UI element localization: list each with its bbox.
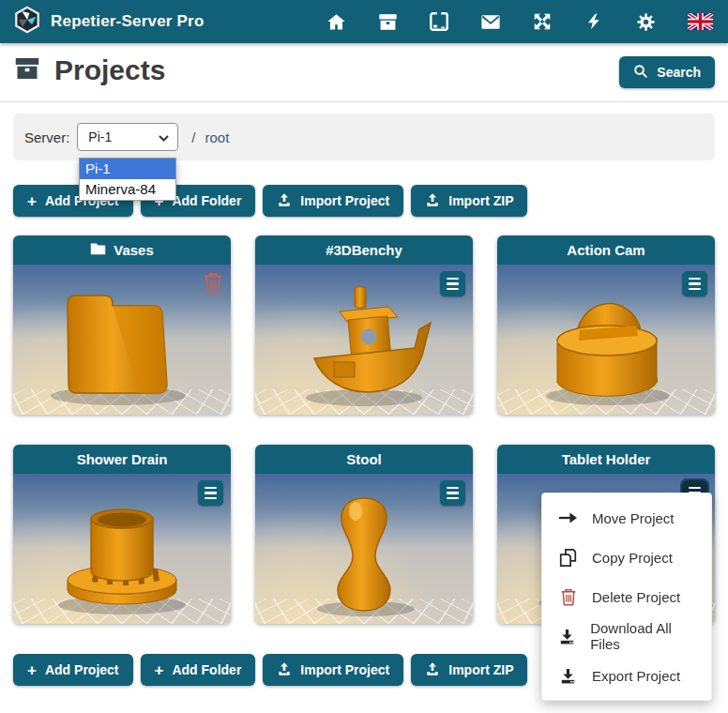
plus-icon: + — [27, 662, 37, 678]
project-card-action-cam: Action Cam — [497, 235, 715, 415]
card-header[interactable]: Tablet Holder — [497, 445, 715, 474]
add-folder-button[interactable]: + Add Folder — [141, 654, 256, 686]
project-card-stool: Stool — [255, 445, 473, 624]
card-header[interactable]: Action Cam — [497, 235, 715, 265]
project-thumbnail-3dbenchy[interactable] — [255, 265, 473, 415]
card-header[interactable]: Shower Drain — [13, 445, 231, 474]
plus-icon: + — [27, 193, 37, 209]
upload-icon — [277, 661, 292, 679]
chevron-down-icon — [159, 129, 169, 144]
projects-box-icon[interactable] — [377, 11, 398, 32]
project-thumbnail-stool[interactable] — [255, 474, 473, 624]
server-label: Server: — [24, 129, 69, 145]
copy-icon — [558, 548, 578, 568]
print-bed-icon[interactable] — [429, 11, 449, 32]
import-zip-button[interactable]: Import ZIP — [411, 185, 527, 217]
import-project-button[interactable]: Import Project — [263, 185, 403, 217]
brand-home-link[interactable]: Repetier-Server Pro — [13, 6, 204, 38]
hamburger-icon — [689, 278, 701, 281]
projects-page: Repetier-Server Pro — [0, 0, 728, 713]
menu-item-download-all-files[interactable]: Download All Files — [542, 616, 711, 656]
hamburger-icon — [447, 487, 459, 490]
menu-item-delete-project[interactable]: Delete Project — [542, 577, 711, 616]
project-thumbnail-vases[interactable] — [13, 265, 231, 415]
projects-archive-icon — [13, 55, 41, 85]
repetier-logo-icon — [13, 6, 41, 38]
search-icon — [633, 64, 648, 82]
import-zip-button[interactable]: Import ZIP — [411, 654, 527, 686]
card-header[interactable]: #3DBenchy — [255, 235, 473, 265]
page-header: Projects Search — [0, 43, 728, 102]
card-menu-button[interactable] — [682, 271, 707, 296]
card-header[interactable]: Stool — [255, 445, 473, 474]
delete-folder-trash-button[interactable] — [203, 271, 223, 298]
upload-icon — [277, 192, 292, 210]
project-thumbnail-shower-drain[interactable] — [13, 474, 231, 624]
home-icon[interactable] — [326, 11, 346, 32]
vases-folder-render — [13, 265, 231, 415]
settings-gear-icon[interactable] — [635, 11, 656, 32]
expand-printers-icon[interactable] — [532, 11, 553, 32]
messages-mail-icon[interactable] — [480, 11, 501, 32]
download-icon — [558, 628, 576, 645]
server-select[interactable]: Pi-1 — [77, 123, 178, 151]
import-project-button[interactable]: Import Project — [263, 654, 403, 686]
folder-icon — [90, 242, 106, 258]
project-card-3dbenchy: #3DBenchy — [255, 235, 473, 415]
quick-commands-bolt-icon[interactable] — [584, 11, 604, 32]
project-context-menu: Move Project Copy Project Delete Project — [541, 493, 712, 701]
trash-icon — [558, 587, 578, 607]
server-select-dropdown: Pi-1 Minerva-84 — [79, 158, 176, 201]
menu-item-export-project[interactable]: Export Project — [542, 656, 711, 695]
breadcrumb: / root — [191, 129, 229, 145]
project-card-vases: Vases — [13, 235, 231, 415]
card-menu-button[interactable] — [440, 480, 465, 506]
search-button[interactable]: Search — [619, 56, 715, 88]
server-option-minerva84[interactable]: Minerva-84 — [80, 179, 175, 200]
move-arrow-icon — [558, 511, 578, 524]
card-header[interactable]: Vases — [13, 235, 231, 265]
menu-item-move-project[interactable]: Move Project — [542, 498, 711, 538]
server-bar: Server: Pi-1 Pi-1 Minerva-84 / root — [13, 114, 715, 160]
upload-icon — [425, 661, 440, 679]
language-uk-flag-icon[interactable] — [687, 11, 713, 32]
menu-item-copy-project[interactable]: Copy Project — [542, 538, 711, 577]
add-project-button[interactable]: + Add Project — [13, 654, 133, 686]
plus-icon: + — [155, 662, 164, 678]
upload-icon — [425, 192, 440, 210]
navbar-icons — [326, 11, 713, 32]
card-menu-button[interactable] — [198, 480, 223, 506]
card-menu-button[interactable] — [440, 271, 465, 296]
server-option-pi1[interactable]: Pi-1 — [80, 159, 175, 179]
brand-title: Repetier-Server Pro — [51, 12, 204, 31]
breadcrumb-root-link[interactable]: root — [205, 129, 230, 145]
export-icon — [558, 667, 578, 685]
project-card-shower-drain: Shower Drain — [13, 445, 231, 624]
hamburger-icon — [689, 487, 701, 490]
page-title: Projects — [54, 54, 165, 86]
hamburger-icon — [447, 278, 459, 281]
project-thumbnail-action-cam[interactable] — [497, 265, 715, 415]
top-navbar: Repetier-Server Pro — [0, 0, 728, 43]
hamburger-icon — [205, 487, 217, 490]
